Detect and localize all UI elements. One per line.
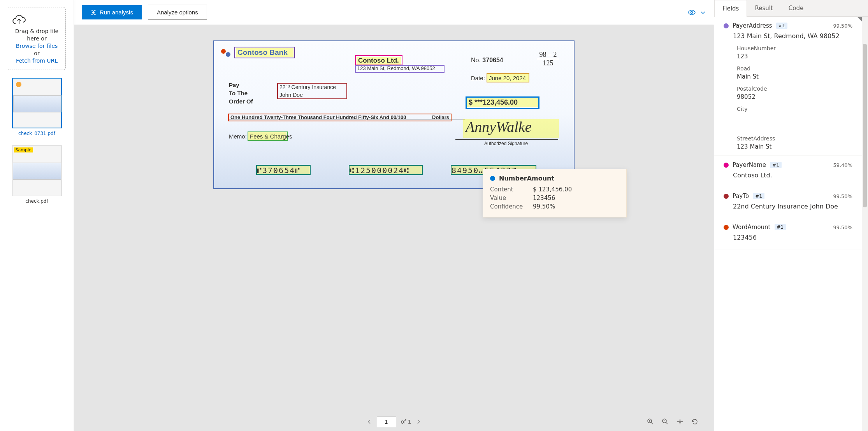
dropzone-or: or [34,50,39,56]
page-input[interactable] [377,416,396,427]
analysis-panel: Fields Result Code PayerAddress #1 99.50… [714,0,868,431]
left-sidebar: Drag & drop file here or Browse for file… [0,0,74,431]
cloud-upload-icon [12,14,61,25]
thumbnail-label: check.pdf [8,198,66,204]
field-dot-icon [724,23,729,28]
svg-point-0 [691,11,693,13]
tab-fields[interactable]: Fields [714,0,747,17]
fetch-url-link[interactable]: Fetch from URL [16,58,58,64]
next-page-button[interactable] [416,419,421,424]
field-word-amount[interactable]: WordAmount #1 99.50% 123456 [714,218,862,249]
bank-logo-icon [220,47,231,58]
field-payer-address[interactable]: PayerAddress #1 99.50% 123 Main St, Redm… [714,17,862,156]
fields-list[interactable]: PayerAddress #1 99.50% 123 Main St, Redm… [714,17,862,431]
run-analysis-button[interactable]: Run analysis [82,5,142,19]
analysis-icon [90,9,97,16]
prev-page-button[interactable] [367,419,372,424]
bank-name: Contoso Bank [237,48,288,57]
tab-result[interactable]: Result [747,0,780,16]
field-tooltip: NumberAmount Content$ 123,456.00 Value12… [483,169,627,217]
payer-name: Contoso Ltd. [358,57,399,65]
field-pay-to[interactable]: PayTo #1 99.50% 22nd Century Insurance J… [714,187,862,218]
dropzone-line1: Drag & drop file [15,28,58,34]
number-amount-dot-icon [490,176,495,181]
browse-link[interactable]: Browse for files [16,43,58,49]
zoom-out-icon[interactable] [662,418,669,425]
dropzone[interactable]: Drag & drop file here or Browse for file… [8,7,66,70]
thumbnail-label: check_0731.pdf [8,131,66,136]
rotate-icon[interactable] [691,418,698,425]
fit-icon[interactable] [676,418,684,425]
scroll-up-icon[interactable] [857,17,862,21]
result-tabs: Fields Result Code [714,0,868,17]
canvas[interactable]: Contoso Bank Contoso Ltd. 123 Main St, R… [74,25,714,431]
word-amount: One Hundred Twenty-Three Thousand Four H… [230,114,406,120]
pager: of 1 [74,416,714,427]
chevron-down-icon[interactable] [700,9,706,16]
analyze-options-button[interactable]: Analyze options [148,5,207,20]
document-viewer: Run analysis Analyze options Contoso Ban… [74,0,714,431]
field-dot-icon [724,225,729,230]
svg-point-3 [679,421,681,422]
field-dot-icon [724,194,729,199]
number-amount: $ ***123,456.00 [469,98,518,107]
field-payer-name[interactable]: PayerName #1 59.40% Contoso Ltd. [714,156,862,187]
eye-icon[interactable] [687,8,696,17]
thumbnail-check[interactable]: Sample check.pdf [8,145,66,204]
check-document: Contoso Bank Contoso Ltd. 123 Main St, R… [213,40,575,189]
field-dot-icon [724,163,729,168]
thumbnail-check-0731[interactable]: check_0731.pdf [8,78,66,136]
scrollbar[interactable] [862,17,868,431]
sample-badge: Sample [14,147,33,152]
zoom-in-icon[interactable] [647,418,654,425]
status-dot-icon [16,82,21,87]
toolbar: Run analysis Analyze options [74,0,714,25]
dropzone-line2: here or [27,35,46,42]
tab-code[interactable]: Code [781,0,811,16]
payer-address: 123 Main St, Redmond, WA 98052 [357,65,435,71]
